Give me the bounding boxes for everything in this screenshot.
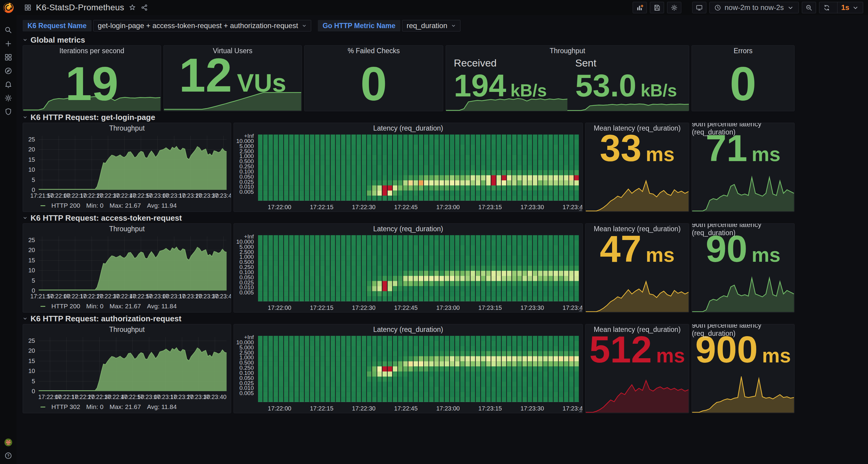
legend-series-label[interactable]: HTTP 302 bbox=[51, 403, 80, 410]
heatmap-plot[interactable]: +Inf10.0005.0002.5001.0000.5000.2500.100… bbox=[234, 133, 583, 211]
panel-title[interactable]: Iterations per second bbox=[23, 46, 161, 56]
time-range-picker[interactable]: now-2m to now-2s bbox=[709, 2, 799, 13]
heatmap-x-tick: 17:23:00 bbox=[436, 204, 460, 211]
legend-max: Max: 21.67 bbox=[110, 403, 141, 410]
panel-resize-handle[interactable] bbox=[579, 308, 582, 312]
legend-series-label[interactable]: HTTP 200 bbox=[51, 202, 80, 209]
stat-value: 71 bbox=[706, 133, 747, 163]
panel-title[interactable]: Mean latency (req_duration) bbox=[586, 224, 689, 234]
chevron-down-icon bbox=[23, 215, 28, 220]
panel-title[interactable]: Mean latency (req_duration) bbox=[586, 123, 689, 133]
x-axis-tick: 17:23:40 bbox=[212, 192, 231, 199]
server-admin-shield-icon[interactable] bbox=[2, 107, 14, 116]
global-metrics-row: Iterations per second 19 Virtual Users 1… bbox=[23, 45, 868, 111]
variable-metric-name-value[interactable]: req_duration bbox=[402, 20, 460, 31]
variable-request-name-value[interactable]: get-login-page + access-token-request + … bbox=[93, 20, 311, 31]
y-axis-tick: 15 bbox=[23, 156, 35, 163]
panel-resize-handle[interactable] bbox=[579, 208, 582, 211]
search-icon[interactable] bbox=[2, 26, 14, 34]
panel-title[interactable]: 90th percentile latency (req_duration) bbox=[692, 224, 794, 234]
refresh-button[interactable] bbox=[819, 2, 834, 13]
refresh-interval-label: 1s bbox=[841, 3, 849, 12]
stat-value-wrap: 0 bbox=[305, 56, 443, 111]
y-axis-tick: 10 bbox=[23, 368, 35, 375]
create-plus-icon[interactable] bbox=[2, 39, 14, 48]
heatmap-y-tick: 0.005 bbox=[234, 390, 254, 397]
y-axis-tick: 15 bbox=[23, 357, 35, 365]
alerting-bell-icon[interactable] bbox=[2, 80, 14, 89]
panel-p90-latency: 90th percentile latency (req_duration) 7… bbox=[691, 123, 795, 212]
save-dashboard-button[interactable] bbox=[650, 2, 664, 13]
legend-avg: Avg: 11.84 bbox=[147, 302, 177, 310]
variable-metric-name-label[interactable]: Go HTTP Metric Name bbox=[318, 20, 400, 31]
dashboard-title[interactable]: K6-StatsD-Prometheus bbox=[36, 3, 124, 12]
stat-value: 512 bbox=[589, 335, 652, 365]
timeseries-plot[interactable]: 051015202517:21:5017:22:0017:22:1017:22:… bbox=[23, 133, 231, 200]
refresh-interval-picker[interactable]: 1s bbox=[837, 2, 863, 13]
stat-suffix: ms bbox=[762, 344, 790, 367]
request-sections: K6 HTTP Request: get-login-page Throughp… bbox=[23, 112, 868, 413]
panel-mean-latency: Mean latency (req_duration) 512 ms bbox=[585, 324, 689, 413]
request-row: Throughput 051015202517:22:0017:22:1017:… bbox=[23, 324, 868, 413]
stat-suffix: ms bbox=[752, 243, 780, 266]
help-icon[interactable]: ? bbox=[2, 451, 14, 460]
heatmap-plot[interactable]: +Inf10.0005.0002.5001.0000.5000.2500.100… bbox=[234, 234, 583, 312]
x-axis-tick: 17:23:40 bbox=[212, 293, 231, 300]
y-axis-tick: 25 bbox=[23, 237, 35, 244]
legend-color-dash bbox=[40, 306, 45, 307]
star-icon[interactable] bbox=[128, 4, 136, 11]
panel-title[interactable]: 90th percentile latency (req_duration) bbox=[692, 324, 794, 335]
y-axis-tick: 20 bbox=[23, 146, 35, 153]
legend-series-label[interactable]: HTTP 200 bbox=[51, 302, 80, 310]
grafana-logo[interactable] bbox=[2, 1, 15, 14]
variable-request-name-label[interactable]: K6 Request Name bbox=[23, 20, 92, 31]
panel-title[interactable]: Throughput bbox=[23, 123, 231, 133]
stat-value-wrap: 12 VUs bbox=[164, 56, 302, 111]
timeseries-plot[interactable]: 051015202517:21:5017:22:0017:22:1017:22:… bbox=[23, 234, 231, 300]
heatmap-x-tick: 17:22:15 bbox=[310, 405, 334, 412]
panel-errors: Errors 0 bbox=[691, 45, 795, 111]
panel-p90-latency: 90th percentile latency (req_duration) 9… bbox=[691, 324, 795, 413]
timeseries-plot[interactable]: 051015202517:22:0017:22:1017:22:2017:22:… bbox=[23, 335, 231, 401]
panel-title[interactable]: Virtual Users bbox=[164, 46, 302, 56]
panel-title[interactable]: Throughput bbox=[446, 46, 689, 56]
panel-title[interactable]: Throughput bbox=[23, 324, 231, 335]
section-request[interactable]: K6 HTTP Request: access-token-request bbox=[23, 212, 868, 223]
cycle-view-mode-button[interactable] bbox=[692, 2, 706, 13]
heatmap-x-tick: 17:22:15 bbox=[310, 304, 334, 311]
dashboard-settings-button[interactable] bbox=[667, 2, 681, 13]
received-sparkline bbox=[446, 94, 567, 111]
throughput-columns: Received 194 kB/s Sent 53.0 kB/s bbox=[446, 56, 689, 111]
panel-title[interactable]: Mean latency (req_duration) bbox=[586, 324, 689, 335]
share-icon[interactable] bbox=[141, 4, 148, 11]
panel-title[interactable]: Throughput bbox=[23, 224, 231, 234]
stat-value: 900 bbox=[695, 335, 758, 365]
heatmap-y-tick: 0.005 bbox=[234, 289, 254, 296]
add-panel-button[interactable] bbox=[633, 2, 647, 13]
legend-min: Min: 0 bbox=[86, 403, 103, 410]
apps-grid-icon[interactable] bbox=[24, 4, 32, 11]
time-range-label: now-2m to now-2s bbox=[724, 3, 784, 12]
explore-compass-icon[interactable] bbox=[2, 66, 14, 75]
dashboards-icon[interactable] bbox=[2, 53, 14, 61]
configuration-gear-icon[interactable] bbox=[2, 94, 14, 102]
panel-title[interactable]: 90th percentile latency (req_duration) bbox=[692, 123, 794, 133]
user-avatar[interactable] bbox=[2, 438, 14, 446]
heatmap-plot[interactable]: +Inf10.0005.0002.5001.0000.5000.2500.100… bbox=[234, 335, 583, 413]
panel-title[interactable]: Latency (req_duration) bbox=[234, 324, 583, 335]
section-request[interactable]: K6 HTTP Request: authorization-request bbox=[23, 313, 868, 324]
panel-title[interactable]: Errors bbox=[692, 46, 794, 56]
heatmap-x-tick: 17:22:30 bbox=[352, 204, 376, 211]
panel-resize-handle[interactable] bbox=[579, 409, 582, 412]
panel-global-throughput: Throughput Received 194 kB/s Sent 53.0 bbox=[446, 45, 689, 111]
heatmap-x-tick: 17:22:30 bbox=[352, 405, 376, 412]
section-global-metrics[interactable]: Global metrics bbox=[23, 34, 868, 45]
section-request[interactable]: K6 HTTP Request: get-login-page bbox=[23, 112, 868, 123]
panel-title[interactable]: % Failed Checks bbox=[305, 46, 443, 56]
zoom-out-time-button[interactable] bbox=[802, 2, 816, 13]
panel-title[interactable]: Latency (req_duration) bbox=[234, 123, 583, 133]
heatmap-x-tick: 17:23:30 bbox=[521, 405, 544, 412]
panel-title[interactable]: Latency (req_duration) bbox=[234, 224, 583, 234]
y-axis-tick: 10 bbox=[23, 166, 35, 173]
legend-color-dash bbox=[40, 205, 45, 206]
